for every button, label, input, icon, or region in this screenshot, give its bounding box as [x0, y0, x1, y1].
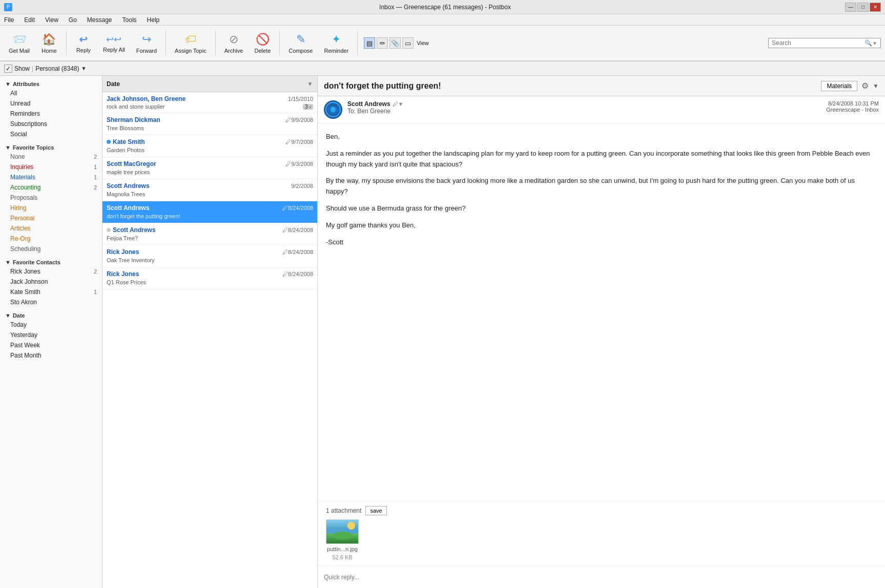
menu-message[interactable]: Message	[85, 15, 114, 25]
date-yesterday[interactable]: Yesterday	[0, 330, 102, 340]
topic-proposals[interactable]: Proposals	[0, 193, 102, 203]
body-paragraph-3: Should we use a Bermuda grass for the gr…	[326, 203, 877, 214]
preview-dropdown-icon[interactable]: ▼	[873, 82, 879, 90]
quick-reply-area[interactable]	[318, 565, 885, 588]
archive-button[interactable]: ⊘ Archive	[220, 30, 248, 56]
msg-sender: Rick Jones	[107, 270, 280, 278]
msg-preview: Q1 Rose Prices	[107, 279, 146, 285]
msg-sender: Scott Andrews	[107, 182, 291, 190]
menu-file[interactable]: File	[2, 15, 16, 25]
settings-gear-icon[interactable]: ⚙	[861, 81, 869, 91]
minimize-btn[interactable]: —	[845, 3, 856, 12]
menu-go[interactable]: Go	[67, 15, 79, 25]
meta-datetime-area: 8/24/2008 10:31 PM Greenescape - Inbox	[826, 100, 879, 113]
search-box[interactable]: 🔍 ▼	[768, 38, 881, 48]
msg-preview: Tree Blossoms	[107, 125, 144, 131]
topic-scheduling[interactable]: Scheduling	[0, 244, 102, 254]
show-checkbox[interactable]: ✓	[4, 65, 12, 73]
view-window-icon[interactable]: ▭	[402, 37, 414, 49]
table-row[interactable]: Scott Andrews 🖊 8/24/2008 don't forget t…	[102, 201, 317, 223]
contact-jack-johnson[interactable]: Jack Johnson	[0, 277, 102, 287]
menu-edit[interactable]: Edit	[22, 15, 37, 25]
meta-details: Scott Andrews 🖊▼ To: Ben Greene	[347, 100, 821, 115]
view-message-icon[interactable]: ▤	[364, 37, 375, 49]
topic-accounting[interactable]: Accounting 2	[0, 182, 102, 193]
date-today[interactable]: Today	[0, 320, 102, 330]
quick-reply-input[interactable]	[324, 574, 879, 581]
msg-date: 9/9/2008	[291, 117, 313, 123]
menu-help[interactable]: Help	[145, 15, 162, 25]
attributes-header: ▼ Attributes	[0, 78, 102, 88]
msg-preview: Oak Tree Inventory	[107, 257, 155, 263]
contact-rick-jones[interactable]: Rick Jones 2	[0, 266, 102, 277]
materials-button[interactable]: Materials	[821, 81, 857, 91]
assign-topic-button[interactable]: 🏷 Assign Topic	[170, 30, 211, 56]
window-controls[interactable]: — □ ✕	[845, 3, 881, 12]
table-row[interactable]: Jack Johnson, Ben Greene 1/15/2010 rock …	[102, 92, 317, 113]
get-mail-button[interactable]: 📨 Get Mail	[4, 30, 34, 56]
body-paragraph-4: My golf game thanks you Ben,	[326, 220, 877, 231]
view-label: View	[417, 40, 429, 46]
table-row[interactable]: Rick Jones 🖊 8/24/2008 Oak Tree Inventor…	[102, 245, 317, 267]
home-button[interactable]: 🏠 Home	[36, 30, 62, 56]
reply-all-button[interactable]: ↩↩ Reply All	[98, 31, 130, 55]
sidebar-item-subscriptions[interactable]: Subscriptions	[0, 119, 102, 129]
view-edit-icon[interactable]: ✏	[377, 37, 388, 49]
table-row[interactable]: Scott Andrews 🖊 8/24/2008 Feijoa Tree?	[102, 223, 317, 245]
table-row[interactable]: Sherman Dickman 🖊 9/9/2008 Tree Blossoms	[102, 113, 317, 135]
table-row[interactable]: Rick Jones 🖊 8/24/2008 Q1 Rose Prices	[102, 267, 317, 289]
fav-topics-triangle: ▼	[5, 144, 11, 151]
menu-tools[interactable]: Tools	[120, 15, 139, 25]
sidebar-item-all[interactable]: All	[0, 88, 102, 98]
compose-button[interactable]: ✎ Compose	[284, 30, 317, 56]
maximize-btn[interactable]: □	[857, 3, 869, 12]
svg-point-6	[333, 532, 353, 540]
sidebar-item-reminders[interactable]: Reminders	[0, 109, 102, 119]
search-input[interactable]	[772, 39, 865, 47]
forward-label: Forward	[136, 48, 157, 54]
msg-date: 8/24/2008	[288, 227, 313, 233]
topic-articles[interactable]: Articles	[0, 223, 102, 234]
attachment-file[interactable]: puttin...n.jpg 52.6 KB	[326, 519, 359, 560]
topic-reorg[interactable]: Re-Org	[0, 234, 102, 244]
search-dropdown-icon[interactable]: ▼	[872, 40, 877, 46]
topic-inquiries[interactable]: Inquiries 1	[0, 162, 102, 172]
personal-filter[interactable]: Personal (8348)	[35, 65, 79, 72]
sort-label[interactable]: Date	[107, 80, 307, 88]
delete-button[interactable]: 🚫 Delete	[250, 30, 275, 56]
table-row[interactable]: Scott Andrews 9/2/2008 Magnolia Trees	[102, 179, 317, 201]
sidebar-item-social[interactable]: Social	[0, 129, 102, 139]
message-list: Date ▼ Jack Johnson, Ben Greene 1/15/201…	[102, 76, 318, 588]
forward-button[interactable]: ↪ Forward	[132, 30, 161, 56]
msg-date: 8/24/2008	[288, 205, 313, 211]
menu-view[interactable]: View	[43, 15, 60, 25]
view-attach-icon[interactable]: 📎	[389, 37, 401, 49]
reminder-icon: ✦	[332, 33, 341, 46]
assign-topic-icon: 🏷	[185, 33, 196, 46]
contact-sto-akron[interactable]: Sto Akron	[0, 297, 102, 307]
table-row[interactable]: Scott MacGregor 🖊 9/3/2008 maple tree pr…	[102, 157, 317, 179]
delete-label: Delete	[254, 48, 271, 54]
personal-dropdown-icon[interactable]: ▼	[81, 66, 87, 71]
contact-kate-smith[interactable]: Kate Smith 1	[0, 287, 102, 297]
msg-sender: Scott Andrews	[107, 204, 280, 212]
date-past-week[interactable]: Past Week	[0, 340, 102, 350]
topic-none[interactable]: None 2	[0, 152, 102, 162]
meta-from: Scott Andrews 🖊▼	[347, 100, 821, 108]
edit-from-icon[interactable]: 🖊▼	[393, 101, 404, 107]
reply-icon: ↩	[79, 33, 88, 46]
msg-date: 1/15/2010	[288, 96, 313, 102]
reply-button[interactable]: ↩ Reply	[71, 31, 96, 56]
close-btn[interactable]: ✕	[870, 3, 881, 12]
body-paragraph-1: Just a reminder as you put together the …	[326, 149, 877, 170]
reminder-button[interactable]: ✦ Reminder	[319, 30, 353, 56]
compose-icon: ✎	[296, 33, 305, 46]
save-attachment-button[interactable]: save	[365, 506, 386, 515]
topic-personal[interactable]: Personal	[0, 213, 102, 223]
topic-materials[interactable]: Materials 1	[0, 172, 102, 182]
show-label: Show	[14, 65, 30, 72]
sidebar-item-unread[interactable]: Unread	[0, 98, 102, 109]
topic-hiring[interactable]: Hiring	[0, 203, 102, 213]
table-row[interactable]: Kate Smith 🖊 9/7/2008 Garden Photos	[102, 135, 317, 157]
date-past-month[interactable]: Past Month	[0, 350, 102, 361]
